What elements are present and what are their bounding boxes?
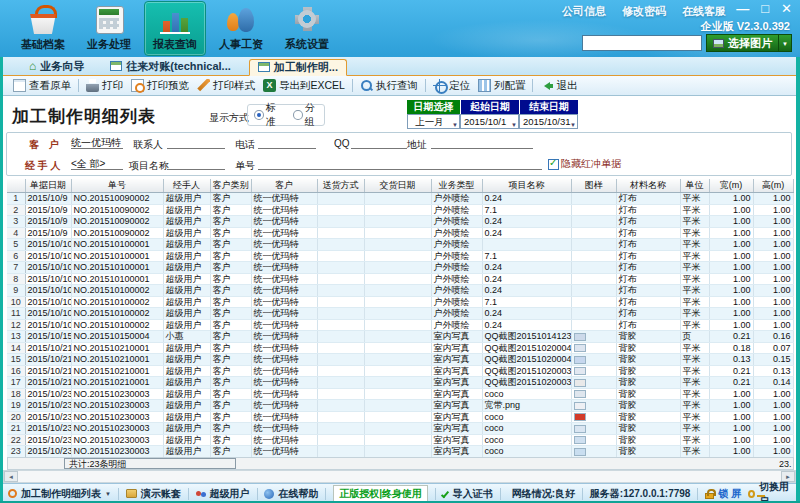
table-row[interactable]: 122015/10/10NO.201510100002超级用户客户统一优玛特户外… [7,319,794,331]
table-row[interactable]: 172015/10/21NO.201510210001超级用户客户统一优玛特室内… [7,377,794,389]
order-field[interactable] [258,157,542,170]
table-row[interactable]: 42015/10/9NO.201510090002超级用户客户统一优玛特户外喷绘… [7,227,794,239]
nav-item-4[interactable]: 人事工资 [210,1,272,56]
statusbar-item-4[interactable]: 在线帮助 [264,487,318,501]
nav-item-2[interactable]: 业务处理 [78,1,140,56]
statusbar-item-9[interactable]: 锁 屏 [705,487,741,501]
table-row[interactable]: 152015/10/21NO.201510210001超级用户客户统一优玛特室内… [7,354,794,366]
mode-standard-option[interactable]: 标准 [254,101,285,129]
close-icon[interactable]: ✕ [781,1,792,17]
cell-ship-method [317,204,364,216]
statusbar-item-6[interactable]: 导入证书 [443,487,493,501]
table-row[interactable]: 102015/10/10NO.201510100002超级用户客户统一优玛特户外… [7,296,794,308]
table-row[interactable]: 232015/10/23NO.201510230003超级用户客户统一优玛特室内… [7,446,794,458]
table-row[interactable]: 182015/10/23NO.201510230003超级用户客户统一优玛特室内… [7,388,794,400]
start-date-select[interactable]: 2015/10/1 [460,114,519,129]
toolbar-button-print[interactable]: 打印 [82,78,127,94]
cell-index: 15 [7,354,25,366]
cell-business-type: 户外喷绘 [431,308,482,320]
tab-2[interactable]: 往来对账(technical... [102,58,239,75]
company-info-link[interactable]: 公司信息 [562,4,606,19]
statusbar-item-2[interactable]: 演示账套 [126,487,181,501]
image-path-input[interactable] [582,35,702,51]
maximize-icon[interactable]: □ [761,1,769,17]
table-row[interactable]: 132015/10/15NO.201510150004小惠客户统一优玛特室内写真… [7,331,794,343]
nav-item-3[interactable]: 报表查询 [144,1,206,56]
minimize-icon[interactable]: — [736,1,749,17]
table-row[interactable]: 22015/10/9NO.201510090002超级用户客户统一优玛特户外喷绘… [7,204,794,216]
summary-row: 共计:23条明细 23. [7,457,794,470]
toolbar-button-locate[interactable]: 定位 [429,78,474,94]
hide-red-checkbox-row[interactable]: ✓ 隐藏红冲单据 [548,157,621,171]
cell-date: 2015/10/23 [25,446,71,458]
cell-customer: 统一优玛特 [251,250,317,262]
toolbar-button-preview[interactable]: 打印预览 [127,78,193,94]
end-date-select[interactable]: 2015/10/31 [519,114,578,129]
online-service-link[interactable]: 在线客服 [682,4,726,19]
tab-1[interactable]: ⌂业务向导 [21,58,92,75]
nav-item-5[interactable]: 系统设置 [276,1,338,56]
table-row[interactable]: 82015/10/10NO.201510100001超级用户客户统一优玛特户外喷… [7,273,794,285]
table-row[interactable]: 142015/10/21NO.201510210001超级用户客户统一优玛特室内… [7,342,794,354]
phone-field[interactable] [258,136,316,149]
table-row[interactable]: 202015/10/23NO.201510230003超级用户客户统一优玛特室内… [7,411,794,423]
contact-field[interactable] [167,136,225,149]
table-row[interactable]: 32015/10/9NO.201510090002超级用户客户统一优玛特户外喷绘… [7,216,794,228]
cell-thumbnail [571,250,616,262]
statusbar-item-7[interactable]: 网络情况:良好 [508,487,575,501]
table-row[interactable]: 72015/10/10NO.201510100001超级用户客户统一优玛特户外喷… [7,262,794,274]
tab-3[interactable]: 加工制作明... [249,59,347,76]
cell-thumbnail [571,285,616,297]
cell-project-name: 0.24 [482,285,571,297]
table-row[interactable]: 212015/10/23NO.201510230003超级用户客户统一优玛特室内… [7,423,794,435]
statusbar-item-5[interactable]: 正版授权|终身使用 [333,485,428,503]
change-password-link[interactable]: 修改密码 [622,4,666,19]
toolbar-button-cols[interactable]: 列配置 [474,78,530,94]
table-row[interactable]: 92015/10/10NO.201510100002超级用户客户统一优玛特户外喷… [7,285,794,297]
table-row[interactable]: 162015/10/21NO.201510210001超级用户客户统一优玛特室内… [7,365,794,377]
date-filter: 日期选择 起始日期 结束日期 上一月 2015/10/1 2015/10/31 [407,100,579,129]
cell-thumbnail [571,377,616,389]
cell-project-name: QQ截图2015102000482 [482,342,571,354]
scroll-left-icon[interactable]: ◄ [4,471,18,482]
cell-material: 背胶 [616,342,680,354]
address-field[interactable] [431,136,533,149]
switch-user-button[interactable]: 切换用户 [748,480,790,503]
cell-thumbnail [571,227,616,239]
toolbar-button-view[interactable]: 查看原单 [9,78,75,94]
project-field[interactable] [167,157,225,170]
horizontal-scrollbar[interactable]: ◄ ► [3,470,796,483]
cell-customer-type: 客户 [210,446,251,458]
nav-item-1[interactable]: 基础档案 [12,1,74,56]
cell-qty-clipped: 1.0 [793,377,794,389]
table-row[interactable]: 12015/10/9NO.201510090002超级用户客户统一优玛特户外喷绘… [7,193,794,205]
statusbar-item-1[interactable]: 加工制作明细列表▼ [8,487,111,501]
col-header: 单号 [71,179,163,193]
toolbar-button-excel[interactable]: 导出到EXCEL [259,78,349,94]
cell-width: 1.00 [709,434,753,446]
cell-date: 2015/10/10 [25,285,71,297]
table-row[interactable]: 222015/10/23NO.201510230003超级用户客户统一优玛特室内… [7,434,794,446]
cell-customer-type: 客户 [210,388,251,400]
mode-group-option[interactable]: 分组 [293,101,324,129]
table-header-row: 单据日期单号经手人客户类别客户送货方式交货日期业务类型项目名称图样材料名称单位宽… [7,179,794,193]
statusbar-item-3[interactable]: 超级用户 [196,487,250,501]
toolbar-button-exit[interactable]: 退出 [536,78,581,94]
table-row[interactable]: 192015/10/23NO.201510230003超级用户客户统一优玛特室内… [7,400,794,412]
cell-date: 2015/10/21 [25,377,71,389]
table-row[interactable]: 52015/10/10NO.201510100001超级用户客户统一优玛特户外喷… [7,239,794,251]
choose-image-dropdown[interactable]: ▼ [779,34,792,52]
toolbar-button-pen[interactable]: 打印样式 [193,78,259,94]
choose-image-button[interactable]: 选择图片 [706,34,779,52]
handler-field[interactable]: <全 部> [71,157,123,170]
date-preset-select[interactable]: 上一月 [407,114,460,129]
cell-business-type: 室内写真 [431,365,482,377]
cell-material: 灯布 [616,319,680,331]
table-row[interactable]: 112015/10/10NO.201510100002超级用户客户统一优玛特户外… [7,308,794,320]
statusbar-item-8[interactable]: 服务器:127.0.0.1:7798 [590,487,691,501]
customer-field[interactable]: 统一优玛特 [71,136,123,149]
toolbar-button-search[interactable]: 执行查询 [356,78,422,94]
table-row[interactable]: 62015/10/10NO.201510100001超级用户客户统一优玛特户外喷… [7,250,794,262]
qq-field[interactable] [351,136,407,149]
date-preset-header: 日期选择 [407,100,460,114]
